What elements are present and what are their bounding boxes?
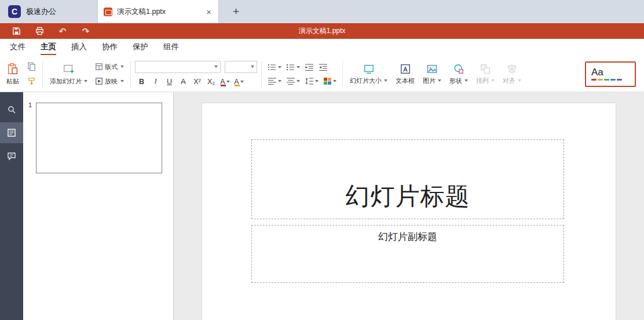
add-slide-icon [63, 63, 75, 75]
slide-size-button[interactable]: 幻灯片大小 [347, 61, 390, 87]
font-name-select[interactable] [135, 61, 221, 73]
menu-components[interactable]: 组件 [156, 42, 186, 56]
slides-group: 添加幻灯片 版式 放映 [47, 61, 126, 88]
shape-button[interactable]: 形状 [447, 61, 471, 87]
chevron-down-icon [297, 66, 300, 68]
tab-close-icon[interactable]: × [205, 7, 213, 17]
undo-button[interactable]: ↶ [51, 23, 74, 39]
chevron-down-icon [278, 80, 281, 82]
search-button[interactable] [0, 99, 23, 120]
window-tab-bar: C 极速办公 演示文稿1.pptx × + [0, 0, 644, 23]
increase-indent-button[interactable] [317, 61, 330, 73]
align-objects-icon [506, 63, 518, 75]
play-slideshow-button[interactable]: 放映 [93, 75, 126, 88]
chevron-down-icon [384, 79, 387, 82]
ribbon-divider [42, 61, 43, 88]
align-left-button[interactable] [266, 75, 283, 87]
chevron-down-icon [491, 79, 495, 82]
redo-button[interactable]: ↷ [74, 23, 97, 39]
chevron-down-icon [251, 66, 254, 68]
italic-button[interactable]: I [149, 76, 162, 88]
picture-icon [426, 63, 438, 75]
highlight-color-button[interactable]: A [232, 76, 246, 88]
textbox-button[interactable]: 文本框 [393, 61, 418, 87]
chevron-down-icon [333, 80, 336, 82]
layout-icon [95, 63, 103, 71]
clipboard-group: 粘贴 [3, 60, 38, 88]
comment-icon [7, 151, 16, 161]
app-brand[interactable]: C 极速办公 [0, 0, 97, 23]
chevron-down-icon [214, 66, 218, 68]
slide-number: 1 [28, 101, 32, 108]
theme-sample-text: Aa [591, 67, 630, 78]
superscript-button[interactable]: X² [191, 76, 204, 88]
menu-collaborate[interactable]: 协作 [94, 42, 125, 56]
app-name: 极速办公 [26, 6, 56, 17]
font-size-select[interactable] [225, 61, 257, 73]
align-center-button[interactable] [284, 75, 302, 87]
slide-thumbnail[interactable] [36, 103, 162, 173]
insert-group: 幻灯片大小 文本框 图片 形状 排列 对齐 [347, 61, 524, 87]
menu-protect[interactable]: 保护 [125, 42, 156, 56]
subscript-button[interactable]: X₂ [204, 76, 218, 88]
chevron-down-icon [315, 80, 319, 82]
paragraph-group [266, 61, 338, 87]
paste-button[interactable]: 粘贴 [3, 61, 22, 88]
align-center-icon [286, 77, 295, 85]
shading-color-button[interactable] [321, 75, 338, 87]
paste-icon [6, 63, 19, 75]
numbered-list-icon [286, 63, 295, 71]
ribbon: 粘贴 添加幻灯片 版式 [0, 56, 644, 92]
line-spacing-button[interactable] [303, 75, 320, 87]
title-placeholder[interactable]: 幻灯片标题 [251, 139, 564, 219]
editing-canvas: 幻灯片标题 幻灯片副标题 [174, 92, 644, 320]
shading-color-icon [323, 77, 332, 85]
format-painter-button[interactable] [24, 75, 38, 88]
chevron-down-icon [438, 79, 441, 82]
numbered-list-button[interactable] [284, 61, 302, 73]
menu-home[interactable]: 主页 [33, 42, 64, 56]
bold-button[interactable]: B [135, 76, 148, 88]
slide-page[interactable]: 幻灯片标题 幻灯片副标题 [202, 103, 616, 320]
theme-gallery[interactable]: Aa [585, 61, 636, 87]
search-icon [7, 105, 16, 114]
app-logo-icon: C [8, 5, 21, 18]
chevron-down-icon [278, 66, 281, 68]
app-window: C 极速办公 演示文稿1.pptx × + ↶ ↷ 演示文稿1.pptx [0, 0, 644, 320]
font-color-button[interactable]: A [218, 76, 232, 88]
theme-palette [591, 79, 630, 81]
ribbon-divider [261, 61, 262, 88]
comments-button[interactable] [0, 146, 23, 166]
chevron-down-icon [240, 81, 244, 83]
document-tab[interactable]: 演示文稿1.pptx × [97, 0, 219, 23]
new-tab-button[interactable]: + [225, 0, 247, 23]
highlight-color-swatch [235, 85, 240, 86]
play-icon [95, 77, 103, 85]
decrease-indent-button[interactable] [303, 61, 316, 73]
layout-button[interactable]: 版式 [93, 61, 126, 73]
quick-access-toolbar: ↶ ↷ [5, 23, 97, 39]
save-button[interactable] [5, 23, 28, 39]
picture-button[interactable]: 图片 [420, 61, 444, 87]
underline-button[interactable]: U [163, 76, 176, 88]
slide-panel-button[interactable] [0, 122, 23, 143]
app-logo-letter: C [12, 7, 17, 16]
chevron-down-icon [297, 80, 300, 82]
bullet-list-icon [268, 63, 277, 71]
menu-file[interactable]: 文件 [2, 42, 33, 56]
subtitle-placeholder[interactable]: 幻灯片副标题 [251, 225, 564, 283]
strikethrough-button[interactable]: A [177, 76, 190, 88]
main-area: 1 幻灯片标题 幻灯片副标题 [0, 92, 644, 320]
bullet-list-button[interactable] [266, 61, 283, 73]
chevron-down-icon [120, 66, 124, 68]
title-bar: ↶ ↷ 演示文稿1.pptx [0, 23, 644, 39]
copy-button[interactable] [24, 60, 38, 73]
slide-title-text: 幻灯片标题 [346, 180, 470, 213]
print-button[interactable] [28, 23, 51, 39]
add-slide-button[interactable]: 添加幻灯片 [47, 61, 90, 88]
menu-insert[interactable]: 插入 [64, 42, 94, 56]
arrange-button: 排列 [473, 61, 497, 87]
left-sidebar [0, 92, 23, 320]
slide-subtitle-text: 幻灯片副标题 [378, 230, 437, 243]
font-color-swatch [221, 85, 226, 86]
